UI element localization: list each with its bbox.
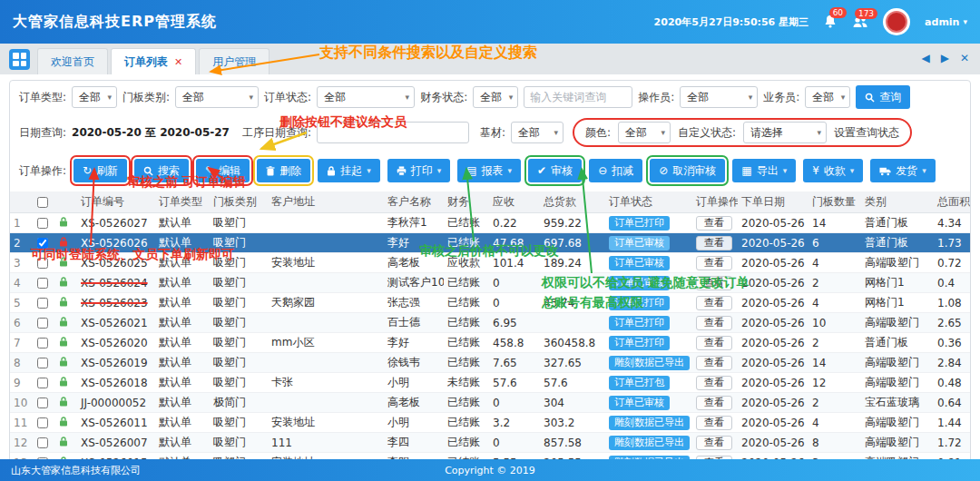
op-button-trash[interactable]: 删除 [257,159,310,182]
finance-status-select[interactable]: 全部▾ [473,86,518,108]
apps-grid-icon[interactable] [9,49,30,70]
view-button[interactable]: 查看 [696,356,732,370]
view-button[interactable]: 查看 [696,436,732,450]
view-button[interactable]: 查看 [696,216,732,231]
order-type-cell: 默认单 [155,333,210,353]
total-amount-cell: 959.22 [540,213,605,233]
notifications-button[interactable]: 60 [823,15,838,29]
query-button[interactable]: 查询 [856,85,910,109]
total-amount-cell: 57.6 [540,373,605,393]
table-row[interactable]: 1XS-0526027默认单吸塑门李秋萍1已结账0.22959.22订单已打印查… [10,213,971,233]
view-button[interactable]: 查看 [696,296,732,310]
operator-value: 全部 [687,90,709,105]
order-date-cell: 2020-05-26 [738,333,808,353]
table-row[interactable]: 10JJ-00000052默认单极简门高老板已结账0304订单已审核查看2020… [10,393,971,413]
select-all-checkbox[interactable] [37,197,48,208]
op-button-export[interactable]: ▦导出▾ [732,159,796,182]
panel-category-select[interactable]: 全部▾ [175,86,259,108]
row-checkbox[interactable] [37,378,48,388]
view-button[interactable]: 查看 [696,236,732,250]
tab-2[interactable]: 订单列表✕ [111,48,196,74]
salesman-select[interactable]: 全部▾ [805,86,850,108]
scroll-tabs-right-icon[interactable]: ▶ [941,52,949,64]
category-cell: 网格门1 [861,273,934,293]
row-checkbox[interactable] [37,318,48,329]
op-button-truck[interactable]: 发货▾ [870,159,936,182]
table-row[interactable]: 12XS-0526007默认单吸塑门111李四已结账0857.58雕刻数据已导出… [10,433,971,453]
row-checkbox[interactable] [37,417,48,428]
total-area-cell: 4.34 [934,213,971,233]
user-menu[interactable]: admin ▾ [925,16,967,28]
process-date-input[interactable] [317,122,469,143]
tab-1[interactable]: 欢迎首页 [37,48,108,74]
view-button[interactable]: 查看 [696,316,732,330]
receivable-cell: 0 [489,433,540,453]
op-button-print[interactable]: 打印▾ [387,159,451,182]
operator-select[interactable]: 全部▾ [680,86,758,108]
row-checkbox[interactable] [37,358,48,368]
table-row[interactable]: 7XS-0526020默认单吸塑门mm小区李好已结账458.8360458.8订… [10,333,971,353]
row-checkbox[interactable] [37,238,48,249]
message-badge: 173 [855,8,877,19]
table-row[interactable]: 3XS-0526025默认单吸塑门安装地址高老板应收款101.4189.24订单… [10,253,971,273]
table-row[interactable]: 8XS-0526019默认单吸塑门徐钱韦已结账7.65327.65雕刻数据已导出… [10,353,971,373]
order-date-cell: 2020-05-26 [738,273,808,293]
scroll-tabs-left-icon[interactable]: ◀ [921,52,929,64]
row-checkbox[interactable] [37,398,48,408]
custom-status-select[interactable]: 请选择 ▾ [743,122,827,143]
set-query-status-link[interactable]: 设置查询状态 [834,125,899,141]
table-row[interactable]: 9XS-0526018默认单吸塑门卡张小明未结账57.657.6订单已打包查看2… [10,373,971,393]
close-all-tabs-icon[interactable]: ✕ [960,52,969,64]
row-number-cell: 7 [10,333,34,353]
tab-close-icon[interactable]: ✕ [174,56,182,68]
header-cell-4: 客户名称 [384,191,444,213]
view-button[interactable]: 查看 [696,396,732,410]
table-row[interactable]: 6XS-0526021默认单吸塑门百士德已结账6.95订单已打印查看2020-0… [10,313,971,333]
color-select[interactable]: 全部 ▾ [618,122,671,143]
tab-label: 欢迎首页 [51,54,94,70]
row-checkbox[interactable] [37,298,48,309]
op-button-check[interactable]: ✔审核 [528,159,582,182]
panel-qty-cell: 6 [808,233,861,253]
base-material-select[interactable]: 全部 ▾ [511,122,564,143]
logo-avatar[interactable] [883,8,910,35]
chevron-down-icon: ▾ [749,93,753,102]
order-status-select[interactable]: 全部▾ [317,86,415,108]
view-button[interactable]: 查看 [696,376,732,390]
row-checkbox[interactable] [37,278,48,289]
op-button-edit[interactable]: ✎编辑 [196,159,250,182]
view-button[interactable]: 查看 [696,256,732,270]
view-button[interactable]: 查看 [696,416,732,430]
view-button[interactable]: 查看 [696,336,732,350]
color-label: 颜色: [585,125,611,141]
op-button-lock[interactable]: 挂起▾ [318,159,380,182]
row-lock-cell [55,373,77,393]
table-row[interactable]: 5XS-0526023默认单吸塑门天鹅家园张志强已结账043.74订单已打印查看… [10,293,971,313]
row-lock-cell [55,253,77,273]
finance-status-cell: 未结账 [444,373,489,393]
tab-3[interactable]: 用户管理 [199,48,270,74]
op-button-search[interactable]: 搜索 [134,159,189,182]
op-button-refresh[interactable]: ↻刷新 [74,159,127,182]
order-type-select[interactable]: 全部▾ [72,86,117,108]
view-button[interactable]: 查看 [696,276,732,290]
order-number-cell: XS-0526011 [77,413,155,433]
keyword-search-input[interactable] [524,86,632,108]
row-checkbox[interactable] [37,218,48,229]
table-row[interactable]: 11XS-0526011默认单吸塑门安装地址小明已结账3.2303.2雕刻数据已… [10,413,971,433]
op-button-report[interactable]: ▤报表▾ [457,159,521,182]
date-query-label: 日期查询: [19,125,66,141]
row-checkbox[interactable] [37,258,48,269]
table-row[interactable]: 2XS-0526026默认单吸塑门李好已结账47.68697.68订单已审核查看… [10,233,971,253]
header-cell-6: 应收 [489,191,540,213]
op-button-minus[interactable]: ⊖扣减 [589,159,642,182]
date-range-value[interactable]: 2020-05-20 至 2020-05-27 [72,125,230,141]
order-operations-row: 订单操作: ↻刷新搜索✎编辑删除挂起▾打印▾▤报表▾✔审核⊖扣减⊘取消审核▦导出… [10,152,970,190]
order-status-cell: 订单已打印 [605,313,692,333]
row-checkbox[interactable] [37,437,48,448]
table-row[interactable]: 4XS-0526024默认单吸塑门测试客户100金额1已结账0订单已审核查看20… [10,273,971,293]
row-checkbox[interactable] [37,338,48,348]
op-button-money[interactable]: ¥收款▾ [803,159,863,182]
op-button-cancel[interactable]: ⊘取消审核 [650,159,725,182]
messages-button[interactable]: 173 [852,15,868,29]
